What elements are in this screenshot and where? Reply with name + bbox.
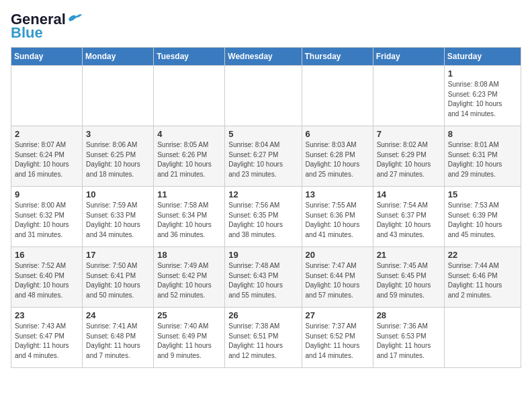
day-number: 28 xyxy=(377,310,441,320)
day-info: Sunrise: 8:02 AM Sunset: 6:29 PM Dayligh… xyxy=(377,140,441,179)
day-info: Sunrise: 8:05 AM Sunset: 6:26 PM Dayligh… xyxy=(157,140,221,179)
day-info: Sunrise: 7:49 AM Sunset: 6:42 PM Dayligh… xyxy=(157,261,221,300)
day-info: Sunrise: 7:43 AM Sunset: 6:47 PM Dayligh… xyxy=(15,322,79,361)
day-info: Sunrise: 8:07 AM Sunset: 6:24 PM Dayligh… xyxy=(15,140,79,179)
day-cell: 6Sunrise: 8:03 AM Sunset: 6:28 PM Daylig… xyxy=(302,126,373,187)
day-cell: 2Sunrise: 8:07 AM Sunset: 6:24 PM Daylig… xyxy=(11,126,83,187)
day-number: 15 xyxy=(448,189,517,199)
day-cell: 25Sunrise: 7:40 AM Sunset: 6:49 PM Dayli… xyxy=(154,308,225,368)
day-cell xyxy=(83,66,154,126)
calendar-table: SundayMondayTuesdayWednesdayThursdayFrid… xyxy=(11,47,521,368)
day-info: Sunrise: 7:59 AM Sunset: 6:33 PM Dayligh… xyxy=(86,201,150,240)
day-cell: 13Sunrise: 7:55 AM Sunset: 6:36 PM Dayli… xyxy=(302,187,373,247)
day-cell: 20Sunrise: 7:47 AM Sunset: 6:44 PM Dayli… xyxy=(302,247,373,308)
day-number: 10 xyxy=(86,189,150,199)
day-cell: 9Sunrise: 8:00 AM Sunset: 6:32 PM Daylig… xyxy=(11,187,83,247)
day-info: Sunrise: 7:53 AM Sunset: 6:39 PM Dayligh… xyxy=(448,201,517,240)
day-info: Sunrise: 7:36 AM Sunset: 6:53 PM Dayligh… xyxy=(377,322,441,361)
day-number: 11 xyxy=(157,189,221,199)
day-cell: 8Sunrise: 8:01 AM Sunset: 6:31 PM Daylig… xyxy=(444,126,521,187)
day-number: 14 xyxy=(377,189,441,199)
day-cell: 7Sunrise: 8:02 AM Sunset: 6:29 PM Daylig… xyxy=(373,126,444,187)
day-cell: 16Sunrise: 7:52 AM Sunset: 6:40 PM Dayli… xyxy=(11,247,83,308)
col-header-tuesday: Tuesday xyxy=(154,48,225,66)
header-row: SundayMondayTuesdayWednesdayThursdayFrid… xyxy=(11,48,521,66)
day-number: 19 xyxy=(228,250,298,260)
day-cell: 12Sunrise: 7:56 AM Sunset: 6:35 PM Dayli… xyxy=(225,187,302,247)
day-info: Sunrise: 7:40 AM Sunset: 6:49 PM Dayligh… xyxy=(157,322,221,361)
col-header-saturday: Saturday xyxy=(444,48,521,66)
day-cell: 24Sunrise: 7:41 AM Sunset: 6:48 PM Dayli… xyxy=(83,308,154,368)
day-number: 12 xyxy=(228,189,298,199)
col-header-thursday: Thursday xyxy=(302,48,373,66)
day-number: 7 xyxy=(377,129,441,139)
col-header-wednesday: Wednesday xyxy=(225,48,302,66)
day-number: 2 xyxy=(15,129,79,139)
day-cell: 1Sunrise: 8:08 AM Sunset: 6:23 PM Daylig… xyxy=(444,66,521,126)
day-info: Sunrise: 8:08 AM Sunset: 6:23 PM Dayligh… xyxy=(448,80,517,119)
day-number: 24 xyxy=(86,310,150,320)
day-info: Sunrise: 7:38 AM Sunset: 6:51 PM Dayligh… xyxy=(228,322,298,361)
day-info: Sunrise: 7:50 AM Sunset: 6:41 PM Dayligh… xyxy=(86,261,150,300)
day-number: 22 xyxy=(448,250,517,260)
day-info: Sunrise: 7:58 AM Sunset: 6:34 PM Dayligh… xyxy=(157,201,221,240)
day-cell: 3Sunrise: 8:06 AM Sunset: 6:25 PM Daylig… xyxy=(83,126,154,187)
day-number: 8 xyxy=(448,129,517,139)
day-cell: 4Sunrise: 8:05 AM Sunset: 6:26 PM Daylig… xyxy=(154,126,225,187)
day-info: Sunrise: 7:41 AM Sunset: 6:48 PM Dayligh… xyxy=(86,322,150,361)
day-info: Sunrise: 7:44 AM Sunset: 6:46 PM Dayligh… xyxy=(448,261,517,300)
day-info: Sunrise: 7:55 AM Sunset: 6:36 PM Dayligh… xyxy=(306,201,369,240)
day-number: 17 xyxy=(86,250,150,260)
day-number: 21 xyxy=(377,250,441,260)
day-cell: 14Sunrise: 7:54 AM Sunset: 6:37 PM Dayli… xyxy=(373,187,444,247)
day-cell xyxy=(225,66,302,126)
day-info: Sunrise: 8:00 AM Sunset: 6:32 PM Dayligh… xyxy=(15,201,79,240)
day-number: 23 xyxy=(15,310,79,320)
day-cell: 15Sunrise: 7:53 AM Sunset: 6:39 PM Dayli… xyxy=(444,187,521,247)
week-row-3: 9Sunrise: 8:00 AM Sunset: 6:32 PM Daylig… xyxy=(11,187,521,247)
day-number: 27 xyxy=(306,310,369,320)
day-cell: 27Sunrise: 7:37 AM Sunset: 6:52 PM Dayli… xyxy=(302,308,373,368)
day-cell: 28Sunrise: 7:36 AM Sunset: 6:53 PM Dayli… xyxy=(373,308,444,368)
day-number: 26 xyxy=(228,310,298,320)
col-header-sunday: Sunday xyxy=(11,48,83,66)
day-info: Sunrise: 8:04 AM Sunset: 6:27 PM Dayligh… xyxy=(228,140,298,179)
day-info: Sunrise: 7:52 AM Sunset: 6:40 PM Dayligh… xyxy=(15,261,79,300)
day-cell: 11Sunrise: 7:58 AM Sunset: 6:34 PM Dayli… xyxy=(154,187,225,247)
day-cell xyxy=(373,66,444,126)
day-cell: 18Sunrise: 7:49 AM Sunset: 6:42 PM Dayli… xyxy=(154,247,225,308)
day-info: Sunrise: 8:01 AM Sunset: 6:31 PM Dayligh… xyxy=(448,140,517,179)
day-info: Sunrise: 7:37 AM Sunset: 6:52 PM Dayligh… xyxy=(306,322,369,361)
day-info: Sunrise: 7:45 AM Sunset: 6:45 PM Dayligh… xyxy=(377,261,441,300)
day-info: Sunrise: 7:48 AM Sunset: 6:43 PM Dayligh… xyxy=(228,261,298,300)
week-row-4: 16Sunrise: 7:52 AM Sunset: 6:40 PM Dayli… xyxy=(11,247,521,308)
day-number: 5 xyxy=(228,129,298,139)
day-cell: 22Sunrise: 7:44 AM Sunset: 6:46 PM Dayli… xyxy=(444,247,521,308)
day-cell xyxy=(444,308,521,368)
day-cell xyxy=(154,66,225,126)
day-number: 6 xyxy=(306,129,369,139)
logo-bird-icon xyxy=(67,12,82,24)
day-info: Sunrise: 7:56 AM Sunset: 6:35 PM Dayligh… xyxy=(228,201,298,240)
day-cell: 19Sunrise: 7:48 AM Sunset: 6:43 PM Dayli… xyxy=(225,247,302,308)
day-cell: 17Sunrise: 7:50 AM Sunset: 6:41 PM Dayli… xyxy=(83,247,154,308)
day-cell: 5Sunrise: 8:04 AM Sunset: 6:27 PM Daylig… xyxy=(225,126,302,187)
day-number: 13 xyxy=(306,189,369,199)
day-number: 4 xyxy=(157,129,221,139)
day-cell: 26Sunrise: 7:38 AM Sunset: 6:51 PM Dayli… xyxy=(225,308,302,368)
week-row-2: 2Sunrise: 8:07 AM Sunset: 6:24 PM Daylig… xyxy=(11,126,521,187)
day-cell: 23Sunrise: 7:43 AM Sunset: 6:47 PM Dayli… xyxy=(11,308,83,368)
logo: General Blue xyxy=(11,11,82,42)
day-info: Sunrise: 8:06 AM Sunset: 6:25 PM Dayligh… xyxy=(86,140,150,179)
day-number: 3 xyxy=(86,129,150,139)
day-number: 25 xyxy=(157,310,221,320)
day-number: 1 xyxy=(448,68,517,79)
page-header: General Blue xyxy=(11,11,521,42)
col-header-friday: Friday xyxy=(373,48,444,66)
day-number: 20 xyxy=(306,250,369,260)
day-cell xyxy=(302,66,373,126)
day-info: Sunrise: 7:47 AM Sunset: 6:44 PM Dayligh… xyxy=(306,261,369,300)
week-row-5: 23Sunrise: 7:43 AM Sunset: 6:47 PM Dayli… xyxy=(11,308,521,368)
day-cell: 21Sunrise: 7:45 AM Sunset: 6:45 PM Dayli… xyxy=(373,247,444,308)
day-info: Sunrise: 7:54 AM Sunset: 6:37 PM Dayligh… xyxy=(377,201,441,240)
